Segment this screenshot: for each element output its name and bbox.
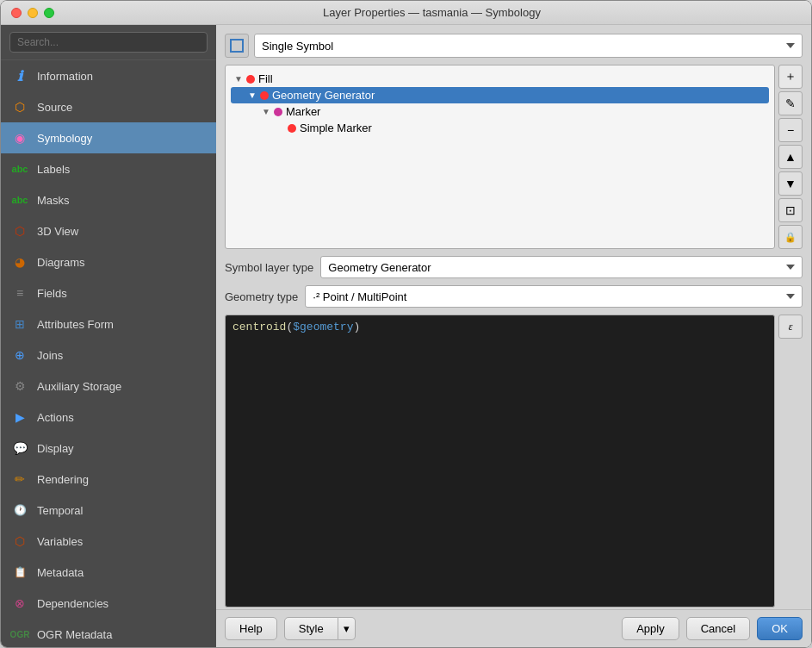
labels-icon: abc [11, 160, 28, 178]
actions-icon: ▶ [11, 408, 28, 426]
paste-layer-button[interactable]: 🔒 [778, 225, 803, 249]
metadata-icon: 📋 [11, 564, 28, 581]
sidebar-item-fields[interactable]: ≡ Fields [1, 277, 216, 308]
sidebar-item-source[interactable]: ⬡ Source [1, 91, 216, 122]
move-up-button[interactable]: ▲ [778, 145, 803, 169]
attributes-form-icon: ⊞ [11, 315, 28, 333]
bottom-bar: Help Style ▾ Apply Cancel OK [216, 609, 811, 647]
sidebar-item-information[interactable]: ℹ Information [1, 60, 216, 91]
joins-icon: ⊕ [11, 346, 28, 364]
ok-button[interactable]: OK [757, 617, 803, 640]
sidebar-item-diagrams[interactable]: ◕ Diagrams [1, 246, 216, 277]
sidebar-label-fields: Fields [37, 287, 67, 300]
symbol-layer-type-row: Symbol layer type Geometry Generator [225, 256, 803, 278]
fill-label: Fill [258, 72, 273, 85]
style-button[interactable]: Style [284, 617, 338, 640]
auxiliary-storage-icon: ⚙ [11, 377, 28, 395]
move-down-button[interactable]: ▼ [778, 171, 803, 196]
sidebar-label-ogr-metadata: OGR Metadata [37, 628, 112, 641]
tree-node-geometry-generator[interactable]: ▼ Geometry Generator [231, 87, 769, 103]
sidebar-item-attributes-form[interactable]: ⊞ Attributes Form [1, 308, 216, 340]
cancel-button[interactable]: Cancel [686, 617, 750, 640]
traffic-lights [11, 8, 54, 18]
ogr-metadata-icon: OGR [11, 626, 28, 643]
sidebar-item-labels[interactable]: abc Labels [1, 153, 216, 184]
geomgen-label: Geometry Generator [272, 89, 375, 102]
geometry-type-label: Geometry type [225, 290, 298, 303]
add-layer-button[interactable]: ＋ [778, 65, 803, 89]
sidebar-label-3dview: 3D View [37, 225, 78, 238]
symbol-type-icon [225, 34, 249, 58]
sidebar-label-information: Information [37, 70, 93, 83]
sidebar-item-variables[interactable]: ⬡ Variables [1, 526, 216, 557]
sidebar-label-variables: Variables [37, 535, 83, 548]
geometry-type-select[interactable]: ·² Point / MultiPoint [305, 285, 803, 308]
expr-var: $geometry [293, 321, 353, 333]
sidebar-item-rendering[interactable]: ✏ Rendering [1, 464, 216, 495]
close-button[interactable] [11, 8, 22, 18]
sidebar-label-rendering: Rendering [37, 473, 89, 486]
sidebar-item-actions[interactable]: ▶ Actions [1, 402, 216, 433]
search-box[interactable] [1, 25, 216, 60]
sidebar-item-joins[interactable]: ⊕ Joins [1, 340, 216, 371]
minimize-button[interactable] [28, 8, 38, 18]
style-dropdown-button[interactable]: ▾ [338, 617, 356, 640]
help-button[interactable]: Help [225, 617, 277, 640]
expression-editor[interactable]: centroid($geometry) [225, 315, 775, 608]
sidebar-label-labels: Labels [37, 163, 70, 176]
sidebar-label-metadata: Metadata [37, 566, 84, 579]
tree-node-fill[interactable]: ▼ Fill [231, 71, 769, 87]
main-window: Layer Properties — tasmania — Symbology … [0, 0, 812, 648]
sidebar: ℹ Information ⬡ Source ◉ Symbology abc L… [1, 25, 216, 647]
maximize-button[interactable] [44, 8, 54, 18]
geomgen-arrow: ▼ [248, 90, 257, 100]
sidebar-label-attributes-form: Attributes Form [37, 318, 114, 331]
symbol-tree: ▼ Fill ▼ Geometry Generator ▼ [225, 65, 775, 249]
remove-layer-button[interactable]: − [778, 118, 803, 142]
tree-node-simple-marker[interactable]: Simple Marker [231, 120, 769, 136]
simple-marker-label: Simple Marker [300, 122, 372, 134]
dependencies-icon: ⊗ [11, 595, 28, 612]
search-input[interactable] [9, 32, 208, 53]
sidebar-label-actions: Actions [37, 411, 74, 424]
svg-rect-0 [231, 40, 243, 52]
symbol-type-row: Single Symbol [225, 34, 803, 58]
sidebar-item-metadata[interactable]: 📋 Metadata [1, 557, 216, 588]
fill-arrow: ▼ [234, 74, 243, 84]
information-icon: ℹ [11, 67, 28, 84]
sidebar-item-3dview[interactable]: ⬡ 3D View [1, 215, 216, 246]
sidebar-label-masks: Masks [37, 194, 70, 207]
fill-dot [246, 75, 255, 84]
tree-area-container: ▼ Fill ▼ Geometry Generator ▼ [225, 65, 803, 249]
simple-marker-dot [288, 124, 296, 133]
main-panel: Single Symbol ▼ Fill ▼ [216, 25, 811, 647]
geomgen-dot [260, 91, 269, 100]
copy-layer-button[interactable]: ⊡ [778, 198, 803, 222]
temporal-icon: 🕐 [11, 502, 28, 519]
titlebar: Layer Properties — tasmania — Symbology [1, 1, 811, 25]
symbol-layer-type-select[interactable]: Geometry Generator [320, 256, 803, 278]
sidebar-item-symbology[interactable]: ◉ Symbology [1, 122, 216, 153]
sidebar-item-auxiliary-storage[interactable]: ⚙ Auxiliary Storage [1, 371, 216, 402]
fields-icon: ≡ [11, 284, 28, 302]
diagrams-icon: ◕ [11, 253, 28, 271]
symbol-type-select[interactable]: Single Symbol [254, 34, 803, 58]
apply-button[interactable]: Apply [622, 617, 679, 640]
symbol-layer-type-label: Symbol layer type [225, 261, 313, 274]
tree-node-marker[interactable]: ▼ Marker [231, 103, 769, 120]
expression-builder-button[interactable]: ε [778, 315, 803, 339]
symbology-icon: ◉ [11, 129, 28, 146]
sidebar-item-display[interactable]: 💬 Display [1, 433, 216, 464]
display-icon: 💬 [11, 439, 28, 457]
sidebar-item-ogr-metadata[interactable]: OGR OGR Metadata [1, 619, 216, 647]
edit-layer-button[interactable]: ✎ [778, 91, 803, 115]
sidebar-label-temporal: Temporal [37, 504, 83, 517]
expr-close-paren: ) [353, 321, 360, 333]
sidebar-label-symbology: Symbology [37, 132, 92, 145]
sidebar-item-dependencies[interactable]: ⊗ Dependencies [1, 588, 216, 619]
variables-icon: ⬡ [11, 533, 28, 550]
sidebar-item-masks[interactable]: abc Masks [1, 184, 216, 215]
marker-arrow: ▼ [262, 107, 270, 116]
sidebar-item-temporal[interactable]: 🕐 Temporal [1, 495, 216, 526]
tree-buttons: ＋ ✎ − ▲ ▼ ⊡ 🔒 [778, 65, 803, 249]
